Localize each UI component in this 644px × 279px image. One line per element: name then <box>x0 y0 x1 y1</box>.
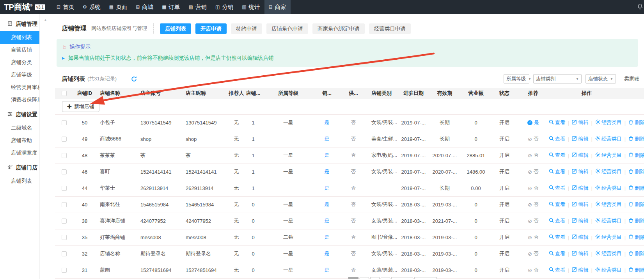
row-checkbox[interactable] <box>62 235 67 240</box>
sidebar-item-shop-satisfaction[interactable]: 店铺满意度 <box>0 147 39 159</box>
tab-sign-apply[interactable]: 签约申请 <box>231 23 262 34</box>
delete-link[interactable]: 删除 <box>628 119 644 126</box>
category-link[interactable]: 经营类目 <box>595 185 622 192</box>
nav-item-order[interactable]: ▦订单 <box>158 0 184 14</box>
row-checkbox[interactable] <box>62 186 67 191</box>
refresh-button[interactable] <box>131 76 137 82</box>
edit-link[interactable]: 编辑 <box>572 250 588 257</box>
sidebar-item-category-audit[interactable]: 经营类目审核 <box>0 81 39 94</box>
edit-link[interactable]: 编辑 <box>572 267 588 274</box>
nav-item-page[interactable]: ▤页面 <box>105 0 131 14</box>
sidebar-scroll-up-icon[interactable]: ▲ <box>44 18 47 22</box>
recommend-toggle[interactable]: ⊘否 <box>528 267 539 274</box>
nav-item-system[interactable]: ⚙系统 <box>78 0 105 14</box>
sale-flag[interactable]: 是 <box>325 169 330 174</box>
sale-flag[interactable]: 是 <box>325 201 330 207</box>
view-link[interactable]: 查看 <box>549 234 565 241</box>
category-link[interactable]: 经营类目 <box>595 250 622 257</box>
pagination-box[interactable] <box>370 277 380 279</box>
filter-select-status[interactable]: 店铺状态▼ <box>585 74 616 84</box>
recommend-toggle[interactable]: ⊘否 <box>528 185 539 192</box>
sidebar-group-shop-settings[interactable]: 店铺设置 <box>0 106 39 122</box>
row-checkbox[interactable] <box>62 202 67 207</box>
filter-select-grade[interactable]: 所属等级▼ <box>504 74 529 84</box>
category-link[interactable]: 经营类目 <box>595 168 622 175</box>
recommend-toggle[interactable]: ⊘否 <box>528 135 539 142</box>
view-link[interactable]: 查看 <box>549 267 565 274</box>
delete-link[interactable]: 删除 <box>628 201 644 208</box>
pagination-box[interactable] <box>381 277 390 279</box>
edit-link[interactable]: 编辑 <box>572 135 588 142</box>
sidebar-item-shop-list-2[interactable]: 店铺列表 <box>0 175 39 187</box>
pagination-box[interactable] <box>391 277 413 279</box>
sale-flag[interactable]: 是 <box>325 251 330 256</box>
pagination-box[interactable] <box>348 277 358 279</box>
pagination-box[interactable] <box>360 277 369 279</box>
nav-item-marketing[interactable]: ▧营销 <box>185 0 211 14</box>
category-link[interactable]: 经营类目 <box>595 119 622 126</box>
sidebar-group-shop-manage[interactable]: 店铺管理 <box>0 16 39 31</box>
tab-category-apply[interactable]: 经营类目申请 <box>369 23 411 34</box>
sidebar-item-subdomain[interactable]: 二级域名 <box>0 122 39 134</box>
sidebar-group-shop-stores[interactable]: 店铺门店 <box>0 159 39 175</box>
sale-flag[interactable]: 是 <box>325 136 330 142</box>
tab-open-apply[interactable]: 开店申请 <box>195 23 227 34</box>
delete-link[interactable]: 删除 <box>628 234 644 241</box>
edit-link[interactable]: 编辑 <box>572 201 588 208</box>
view-link[interactable]: 查看 <box>549 168 565 175</box>
row-checkbox[interactable] <box>62 169 67 174</box>
recommend-toggle[interactable]: ⊘否 <box>528 152 539 159</box>
tab-merchant-role-bind-apply[interactable]: 商家角色绑定申请 <box>312 23 365 34</box>
recommend-toggle[interactable]: ⊘否 <box>528 168 539 175</box>
nav-item-mall[interactable]: ⊞商城 <box>131 0 158 14</box>
delete-link[interactable]: 删除 <box>628 217 644 224</box>
delete-link[interactable]: 删除 <box>628 152 644 159</box>
app-logo[interactable]: TP商城® <box>4 2 32 12</box>
category-link[interactable]: 经营类目 <box>595 152 622 159</box>
sidebar-item-shop-grade[interactable]: 店铺等级 <box>0 69 39 81</box>
edit-link[interactable]: 编辑 <box>572 185 588 192</box>
sale-flag[interactable]: 是 <box>325 234 330 240</box>
category-link[interactable]: 经营类目 <box>595 234 622 241</box>
sale-flag[interactable]: 是 <box>325 267 330 273</box>
add-shop-button[interactable]: ✚新增店铺 <box>62 101 99 112</box>
sale-flag[interactable]: 是 <box>325 119 330 125</box>
sidebar-item-shop-list[interactable]: 店铺列表 <box>0 31 39 44</box>
tab-shop-role-apply[interactable]: 店铺角色申请 <box>266 23 308 34</box>
category-link[interactable]: 经营类目 <box>595 217 622 224</box>
row-checkbox[interactable] <box>62 251 67 256</box>
sidebar-item-self-shop[interactable]: 自营店铺 <box>0 44 39 56</box>
sidebar-item-shop-help[interactable]: 店铺帮助 <box>0 134 39 147</box>
sidebar-item-shop-category[interactable]: 店铺分类 <box>0 56 39 69</box>
nav-item-merchant[interactable]: ⊟商家 <box>264 0 291 14</box>
select-all-checkbox[interactable] <box>62 91 67 96</box>
recommend-toggle[interactable]: ⊘否 <box>528 234 539 241</box>
edit-link[interactable]: 编辑 <box>572 217 588 224</box>
row-checkbox[interactable] <box>62 219 67 224</box>
notification-bell-icon[interactable] <box>637 4 643 11</box>
delete-link[interactable]: 删除 <box>628 168 644 175</box>
sale-flag[interactable]: 是 <box>325 152 330 158</box>
recommend-toggle[interactable]: ⊘否 <box>528 250 539 257</box>
delete-link[interactable]: 删除 <box>628 250 644 257</box>
row-checkbox[interactable] <box>62 120 67 125</box>
nav-item-stats[interactable]: ▥统计 <box>238 0 264 14</box>
sidebar-item-consumer-protect[interactable]: 消费者保障服 <box>0 94 39 106</box>
category-link[interactable]: 经营类目 <box>595 267 622 274</box>
category-link[interactable]: 经营类目 <box>595 135 622 142</box>
edit-link[interactable]: 编辑 <box>572 168 588 175</box>
tab-shop-list[interactable]: 店铺列表 <box>160 23 191 34</box>
view-link[interactable]: 查看 <box>549 135 565 142</box>
delete-link[interactable]: 删除 <box>628 267 644 274</box>
view-link[interactable]: 查看 <box>549 217 565 224</box>
recommend-toggle[interactable]: ✓是 <box>527 119 539 126</box>
edit-link[interactable]: 编辑 <box>572 234 588 241</box>
edit-link[interactable]: 编辑 <box>572 119 588 126</box>
row-checkbox[interactable] <box>62 268 67 273</box>
delete-link[interactable]: 删除 <box>628 185 644 192</box>
view-link[interactable]: 查看 <box>549 201 565 208</box>
sale-flag[interactable]: 是 <box>325 185 330 191</box>
view-link[interactable]: 查看 <box>549 250 565 257</box>
filter-select-category[interactable]: 店铺类别▼ <box>533 74 582 84</box>
row-checkbox[interactable] <box>62 153 67 158</box>
